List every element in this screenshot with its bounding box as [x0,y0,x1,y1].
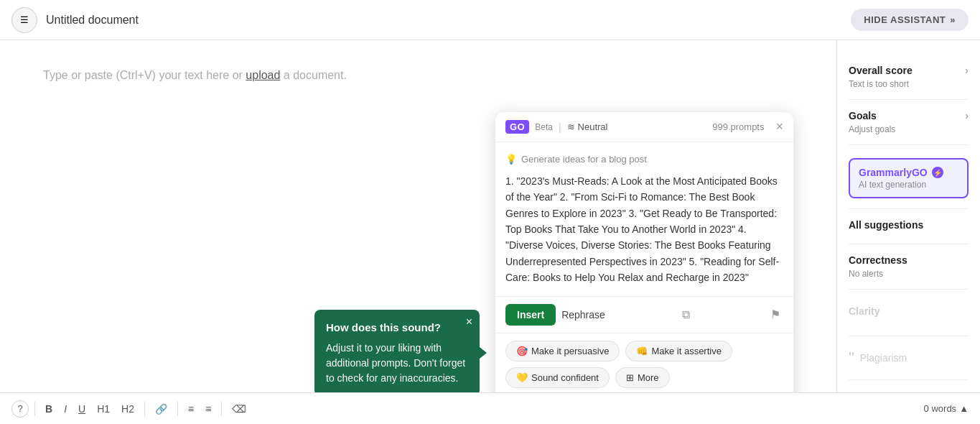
tooltip-box: × How does this sound? Adjust it to your… [314,310,480,392]
persuasive-icon: 🎯 [516,346,528,356]
toolbar-separator-4 [221,402,222,416]
copy-button[interactable]: ⧉ [679,305,693,324]
plagiarism-section[interactable]: " Plagiarism [849,336,969,380]
suggestion-confident[interactable]: 💛 Sound confident [505,367,610,388]
flag-button[interactable]: ⚑ [767,305,783,324]
go-sidebar-icon: ⚡ [932,167,943,178]
topbar: ☰ Untitled document HIDE ASSISTANT » [0,0,980,40]
go-content: 💡 Generate ideas for a blog post 1. "202… [495,142,793,297]
insert-button[interactable]: Insert [505,304,556,326]
help-button[interactable]: ? [11,400,29,418]
bottom-toolbar: ? B I U H1 H2 🔗 ≡ ≡ ⌫ 0 words ▲ [0,392,980,424]
go-beta-label: Beta [535,122,553,132]
underline-button[interactable]: U [74,400,90,418]
goals-section[interactable]: Goals › Adjust goals [849,100,969,145]
hide-assistant-button[interactable]: HIDE ASSISTANT » [851,9,969,31]
overall-score-chevron: › [965,65,969,76]
confident-icon: 💛 [516,372,528,383]
more-label: More [638,372,659,383]
toolbar-separator-2 [144,402,145,416]
grammarly-go-item-sub: AI text generation [859,180,958,190]
go-close-button[interactable]: × [775,119,783,134]
grammarly-go-panel: GO Beta | ≋ Neutral 999 prompts × 💡 Gene… [495,112,793,392]
tooltip-close-button[interactable]: × [466,315,472,328]
persuasive-label: Make it persuasive [531,346,609,356]
neutral-icon: ≋ [567,121,575,132]
go-suggestions: 🎯 Make it persuasive 👊 Make it assertive… [495,333,793,392]
neutral-label: Neutral [578,121,608,132]
clarity-title: Clarity [849,300,969,323]
h2-button[interactable]: H2 [117,400,139,418]
all-suggestions-title: All suggestions [849,219,969,231]
confident-label: Sound confident [531,372,599,383]
grammarly-go-item[interactable]: GrammarlyGO ⚡ AI text generation [849,158,969,198]
assertive-icon: 👊 [636,346,648,356]
upload-link[interactable]: upload [246,69,280,81]
plagiarism-icon: " [849,349,854,367]
tooltip-body: Adjust it to your liking with additional… [326,341,468,386]
go-neutral: ≋ Neutral [567,121,608,132]
goals-chevron: › [965,110,969,121]
toolbar-separator-3 [177,402,178,416]
unordered-list-button[interactable]: ≡ [201,400,215,418]
prompt-icon: 💡 [505,152,517,167]
editor-placeholder: Type or paste (Ctrl+V) your text here or… [43,69,793,82]
plagiarism-title: Plagiarism [860,346,907,369]
all-suggestions-section: All suggestions [849,209,969,244]
prompt-label-text: Generate ideas for a blog post [521,152,647,167]
main-layout: Type or paste (Ctrl+V) your text here or… [0,40,980,392]
correctness-section: Correctness No alerts [849,244,969,290]
h1-button[interactable]: H1 [93,400,114,418]
toolbar-separator-1 [34,402,35,416]
document-title: Untitled document [46,14,139,27]
menu-icon: ☰ [20,14,29,25]
clear-formatting-button[interactable]: ⌫ [228,400,251,418]
word-count[interactable]: 0 words ▲ [924,403,969,414]
grammarly-go-section: GrammarlyGO ⚡ AI text generation [849,145,969,209]
assertive-label: Make it assertive [651,346,722,356]
correctness-title: Correctness [849,254,969,266]
more-icon: ⊞ [626,372,634,383]
go-prompt-label: 💡 Generate ideas for a blog post [505,152,783,167]
rephrase-button[interactable]: Rephrase [561,309,605,321]
go-actions: Insert Rephrase ⧉ ⚑ [495,297,793,333]
suggestion-persuasive[interactable]: 🎯 Make it persuasive [505,341,620,361]
goals-sub: Adjust goals [849,124,969,134]
right-sidebar: Overall score › Text is too short Goals … [836,40,980,392]
menu-button[interactable]: ☰ [11,7,37,33]
editor-area[interactable]: Type or paste (Ctrl+V) your text here or… [0,40,836,392]
suggestion-assertive[interactable]: 👊 Make it assertive [625,341,732,361]
ordered-list-button[interactable]: ≡ [184,400,198,418]
go-logo: GO [505,120,529,134]
suggestion-more[interactable]: ⊞ More [615,367,670,388]
link-button[interactable]: 🔗 [151,400,172,418]
go-panel-header: GO Beta | ≋ Neutral 999 prompts × [495,112,793,142]
overall-score-sub: Text is too short [849,79,969,89]
generated-text: 1. "2023's Must-Reads: A Look at the Mos… [505,173,783,286]
correctness-sub: No alerts [849,269,969,279]
overall-score-section: Overall score › Text is too short [849,55,969,100]
prompts-count: 999 prompts [712,121,764,132]
tooltip-title: How does this sound? [326,320,468,336]
clarity-section: Clarity [849,290,969,336]
italic-button[interactable]: I [60,400,71,418]
bold-button[interactable]: B [41,400,57,418]
tooltip-arrow [480,347,487,359]
overall-score-title: Overall score › [849,65,969,76]
goals-title: Goals › [849,110,969,121]
grammarly-go-item-title: GrammarlyGO ⚡ [859,167,958,178]
